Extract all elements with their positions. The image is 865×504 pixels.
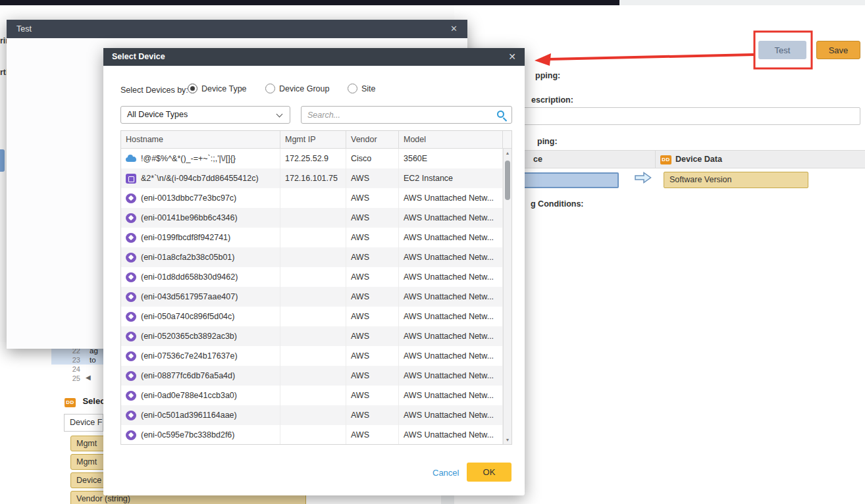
cell-hostname: (eni-07536c7e24b17637e) — [121, 346, 280, 366]
column-header-vendor[interactable]: Vendor — [346, 131, 399, 148]
search-input[interactable] — [301, 107, 511, 123]
column-divider — [655, 151, 656, 168]
cell-model: AWS Unattached Netw... — [399, 188, 503, 208]
table-row[interactable]: (eni-0520365cb3892ac3b) AWS AWS Unattach… — [121, 326, 511, 346]
cell-hostname: (eni-0c595e7bc338bd2f6) — [121, 425, 280, 445]
source-column-header: ce — [533, 155, 542, 164]
cell-mgmt-ip — [280, 287, 346, 307]
cell-model: AWS Unattached Netw... — [399, 287, 503, 307]
ok-button[interactable]: OK — [467, 463, 511, 482]
table-row[interactable]: (eni-0ad0e788e41ccb3a0) AWS AWS Unattach… — [121, 386, 511, 405]
cell-hostname: (eni-0520365cb3892ac3b) — [121, 326, 280, 346]
description-label: escription: — [531, 95, 573, 105]
test-button[interactable]: Test — [758, 41, 806, 59]
save-button[interactable]: Save — [816, 41, 860, 59]
dialog-title: Test — [16, 24, 32, 34]
cell-vendor: AWS — [346, 267, 399, 287]
mapping-label: pping: — [535, 71, 560, 80]
radio-label: Device Type — [201, 84, 247, 93]
cell-model: AWS Unattached Netw... — [399, 267, 503, 287]
cell-mgmt-ip — [280, 228, 346, 247]
device-table: Hostname Mgmt IP Vendor Model !@#$%^&*()… — [120, 130, 512, 445]
column-header-mgmt-ip[interactable]: Mgmt IP — [280, 131, 346, 148]
column-header-model[interactable]: Model — [399, 131, 503, 148]
table-row[interactable]: (eni-08877fc6db76a5a4d) AWS AWS Unattach… — [121, 366, 511, 386]
table-row[interactable]: (eni-0c595e7bc338bd2f6) AWS AWS Unattach… — [121, 425, 511, 445]
cell-mgmt-ip — [280, 366, 346, 386]
radio-device-group[interactable]: Device Group — [265, 84, 329, 93]
radio-device-type[interactable]: Device Type — [188, 84, 247, 93]
software-version-field[interactable]: Software Version — [664, 172, 808, 188]
scroll-up-icon[interactable]: ▲ — [504, 151, 511, 155]
cancel-button[interactable]: Cancel — [432, 468, 459, 478]
cell-vendor: AWS — [346, 386, 399, 405]
cell-mgmt-ip — [280, 247, 346, 267]
cell-vendor: AWS — [346, 346, 399, 366]
close-icon[interactable]: ✕ — [508, 48, 516, 66]
cell-model: AWS Unattached Netw... — [399, 326, 503, 346]
eni-icon — [126, 430, 136, 440]
radio-icon — [348, 84, 357, 93]
cell-hostname: &2*`\n/&(i-094cb7dd86455412c) — [121, 168, 280, 188]
eni-icon — [126, 292, 136, 302]
code-line: 23 to — [51, 355, 103, 365]
search-icon[interactable] — [497, 111, 504, 118]
scrollbar-thumb[interactable] — [505, 161, 510, 200]
eni-icon — [126, 312, 136, 322]
cell-mgmt-ip — [280, 267, 346, 287]
cell-mgmt-ip: 172.25.52.9 — [280, 149, 346, 168]
table-row[interactable]: (eni-01d8dd658b30d9462) AWS AWS Unattach… — [121, 267, 511, 287]
device-type-dropdown[interactable]: All Device Types — [120, 106, 290, 124]
cell-mgmt-ip — [280, 307, 346, 326]
cell-mgmt-ip — [280, 346, 346, 366]
application-window: rin rti Test Save pping: escription: pin… — [0, 0, 865, 504]
eni-icon — [126, 332, 136, 341]
cell-hostname: (eni-08877fc6db76a5a4d) — [121, 366, 280, 386]
cell-vendor: Cisco — [346, 149, 399, 168]
table-row[interactable]: (eni-0199fbcdf8f942741) AWS AWS Unattach… — [121, 228, 511, 247]
close-icon[interactable]: ✕ — [450, 20, 458, 38]
tab-label: Device F — [70, 418, 102, 427]
cell-hostname: (eni-01d8dd658b30d9462) — [121, 267, 280, 287]
radio-site[interactable]: Site — [348, 84, 376, 93]
cell-vendor: AWS — [346, 425, 399, 445]
table-row[interactable]: &2*`\n/&(i-094cb7dd86455412c) 172.16.101… — [121, 168, 511, 188]
line-number: 23 — [51, 355, 84, 365]
column-header-hostname[interactable]: Hostname — [121, 131, 280, 148]
scroll-left-icon[interactable]: ◀ — [86, 374, 91, 381]
table-scrollbar[interactable]: ▲ ▼ — [503, 149, 511, 444]
cell-vendor: AWS — [346, 366, 399, 386]
cell-mgmt-ip: 172.16.101.75 — [280, 168, 346, 188]
table-row[interactable]: (eni-00141be96bb6c4346) AWS AWS Unattach… — [121, 208, 511, 228]
table-row[interactable]: (eni-050a740c896f5d04c) AWS AWS Unattach… — [121, 307, 511, 326]
device-data-badge: DD — [660, 155, 671, 164]
select-device-dialog: Select Device ✕ Select Devices by: Devic… — [103, 48, 525, 495]
dialog-header: Test ✕ — [7, 20, 467, 38]
top-bar — [0, 0, 619, 5]
tab-device-fields[interactable]: Device F — [64, 414, 103, 432]
table-row[interactable]: (eni-0013dbbc77e3bc97c) AWS AWS Unattach… — [121, 188, 511, 208]
cell-model: 3560E — [399, 149, 503, 168]
eni-icon — [126, 233, 136, 243]
cell-model: AWS Unattached Netw... — [399, 405, 503, 425]
eni-icon — [126, 391, 136, 401]
scroll-down-icon[interactable]: ▼ — [504, 438, 511, 442]
eni-icon — [126, 213, 136, 223]
code-text: to — [84, 355, 96, 365]
table-row[interactable]: !@#$%^&*()_-=+~`:;,'|\/[]{} 172.25.52.9 … — [121, 149, 511, 168]
cell-hostname: (eni-050a740c896f5d04c) — [121, 307, 280, 326]
cell-mgmt-ip — [280, 386, 346, 405]
line-number: 25 — [51, 374, 84, 383]
code-editor-fragment: 22 ag 23 to 24 25 — [51, 346, 103, 383]
table-row[interactable]: (eni-07536c7e24b17637e) AWS AWS Unattach… — [121, 346, 511, 366]
cell-mgmt-ip — [280, 425, 346, 445]
table-row[interactable]: (eni-0c501ad3961164aae) AWS AWS Unattach… — [121, 405, 511, 425]
description-input[interactable] — [494, 107, 860, 125]
cell-model: AWS Unattached Netw... — [399, 208, 503, 228]
table-row[interactable]: (eni-043d5617957aae407) AWS AWS Unattach… — [121, 287, 511, 307]
cell-vendor: AWS — [346, 307, 399, 326]
cell-model: AWS Unattached Netw... — [399, 228, 503, 247]
table-row[interactable]: (eni-01a8cfa2b38c05b01) AWS AWS Unattach… — [121, 247, 511, 267]
side-tab[interactable] — [0, 149, 5, 172]
cell-hostname: (eni-0ad0e788e41ccb3a0) — [121, 386, 280, 405]
